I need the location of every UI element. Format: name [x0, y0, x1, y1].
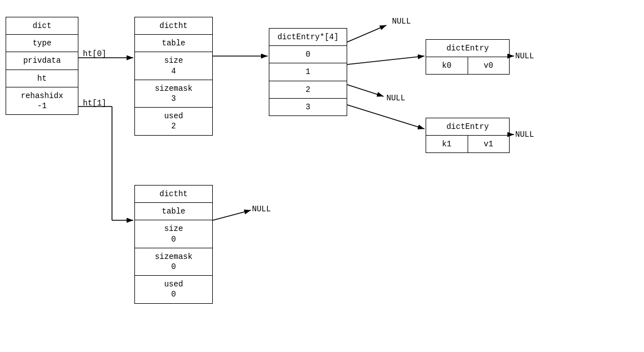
dictht1-used: used0	[135, 276, 212, 303]
dict-entry-arr-title: dictEntry*[4]	[269, 29, 347, 46]
dict-entry1-v: v1	[468, 136, 510, 152]
arr-null-label: NULL	[392, 17, 411, 26]
dict-entry1-box: dictEntry k1 v1	[426, 118, 510, 153]
dictht0-used: used2	[135, 108, 212, 135]
dictht1-table: table	[135, 203, 212, 220]
dictht0-table: table	[135, 35, 212, 52]
arrow-row3-entry1	[347, 105, 424, 129]
dict-entry1-k: k1	[426, 136, 468, 152]
diagram: dict type privdata ht rehashidx-1 ht[0] …	[0, 0, 644, 352]
dict-entry0-k: k0	[426, 57, 468, 74]
dictht0-box: dictht table size4 sizemask3 used2	[134, 17, 213, 136]
dictht1-sizemask: sizemask0	[135, 248, 212, 276]
dictht1-box: dictht table size0 sizemask0 used0	[134, 185, 213, 304]
ht0-label: ht[0]	[83, 49, 106, 58]
dict-box: dict type privdata ht rehashidx-1	[6, 17, 78, 115]
dictht0-sizemask: sizemask3	[135, 80, 212, 108]
ht1-label: ht[1]	[83, 99, 106, 108]
dict-entry0-v: v0	[468, 57, 510, 74]
arrow-table1-null	[213, 210, 251, 220]
arrow-row2-null	[347, 85, 384, 96]
dictht0-title: dictht	[135, 17, 212, 35]
arrow-row0-null	[347, 25, 386, 42]
entry0-null-label: NULL	[515, 52, 534, 61]
dict-entry-arr-row0: 0	[269, 46, 347, 63]
arrow-row1-entry0	[347, 56, 424, 64]
dict-entry0-title: dictEntry	[426, 40, 509, 57]
entry1-null-label: NULL	[515, 130, 534, 139]
dict-field-privdata: privdata	[6, 52, 78, 70]
dict-entry-arr-row3: 3	[269, 99, 347, 115]
dictht1-title: dictht	[135, 186, 212, 203]
table1-null-label: NULL	[252, 205, 271, 214]
dict-field-type: type	[6, 35, 78, 52]
entry2-null-label: NULL	[386, 94, 405, 103]
dictht1-size: size0	[135, 220, 212, 248]
dict-entry1-title: dictEntry	[426, 118, 509, 136]
dictht0-size: size4	[135, 52, 212, 80]
dict-field-rehashidx: rehashidx-1	[6, 87, 78, 114]
dict-entry-arr-row2: 2	[269, 81, 347, 99]
dict-entry0-box: dictEntry k0 v0	[426, 39, 510, 75]
dict-field-ht: ht	[6, 70, 78, 87]
dict-entry-arr-box: dictEntry*[4] 0 1 2 3	[269, 28, 347, 116]
dict-entry-arr-row1: 1	[269, 63, 347, 81]
dict-field-dict: dict	[6, 17, 78, 35]
